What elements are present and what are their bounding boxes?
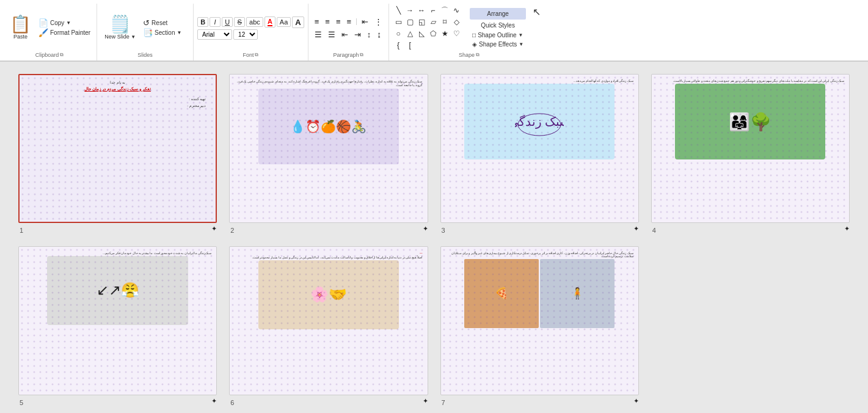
paste-button[interactable]: 📋 Paste: [6, 14, 35, 42]
slide-7[interactable]: سبک زندگی حال حاضر ایرانیان در بی‌تحرکی،…: [440, 246, 639, 395]
slide-4[interactable]: سبک زندگی ایرانی این است که در مقایسه با…: [651, 74, 850, 223]
slide-2-num-row: 2 ✦: [229, 225, 428, 234]
slide-2-star: ✦: [423, 225, 428, 234]
shape-outline-button[interactable]: □ Shape Outline ▼: [470, 31, 526, 39]
font-family-select[interactable]: Arial Calibri: [197, 29, 232, 40]
star-shape[interactable]: ★: [439, 28, 450, 39]
copy-label: Copy: [50, 20, 64, 26]
shape-effects-label: Shape Effects: [479, 41, 517, 48]
slide-5-num-row: 5 ✦: [18, 397, 217, 406]
shape-effects-icon: ◈: [472, 41, 477, 48]
section-dropdown-icon[interactable]: ▼: [177, 30, 181, 35]
shape-effects-button[interactable]: ◈ Shape Effects ▼: [470, 40, 526, 48]
ribbon: 📋 Paste 📄 Copy ▼ 🖌️ Format Painter: [0, 0, 868, 62]
strikethrough-button[interactable]: S: [234, 17, 245, 27]
copy-button[interactable]: 📄 Copy ▼: [36, 18, 93, 27]
justify-button[interactable]: ≡: [345, 16, 354, 27]
bullets-button[interactable]: ☰: [312, 29, 324, 40]
format-painter-button[interactable]: 🖌️ Format Painter: [36, 28, 93, 37]
svg-rect-3: [230, 75, 427, 222]
paragraph-expand-icon[interactable]: ⧉: [360, 52, 363, 58]
trapezoid-shape[interactable]: ⌑: [439, 16, 450, 27]
clipboard-group-content: 📋 Paste 📄 Copy ▼ 🖌️ Format Painter: [6, 5, 93, 51]
curve-shape[interactable]: ⌒: [439, 5, 450, 16]
pentagon-shape[interactable]: ⬠: [428, 28, 439, 39]
shadow-button[interactable]: abc: [246, 17, 263, 27]
font-size-select[interactable]: 12 14 16: [233, 29, 258, 40]
slides-row-2: سبک‌زندگی ما ایرانیان به شدت خودمحور است…: [18, 246, 850, 406]
align-right-button[interactable]: ≡: [334, 16, 343, 27]
shape-outline-dropdown[interactable]: ▼: [519, 32, 523, 38]
round-rect-shape[interactable]: ▢: [404, 16, 415, 27]
font-row-2: Arial Calibri 12 14 16: [197, 29, 304, 40]
svg-rect-9: [652, 75, 849, 222]
parallelogram-shape[interactable]: ▱: [428, 16, 439, 27]
rtl-button[interactable]: ⇤: [359, 16, 371, 27]
svg-rect-11: [19, 247, 216, 395]
arrange-button[interactable]: Arrange: [470, 8, 526, 20]
new-slide-dropdown-icon[interactable]: ▼: [131, 34, 136, 40]
numbering-button[interactable]: ☰: [326, 29, 338, 40]
shape-outline-icon: □: [472, 32, 476, 38]
slide-7-number: 7: [440, 399, 445, 406]
bracket-shape[interactable]: [: [404, 40, 415, 51]
drawing-expand-icon[interactable]: ⧉: [476, 52, 480, 58]
font-color-button[interactable]: A: [264, 16, 275, 27]
select-cursor-button[interactable]: ↖: [527, 5, 545, 19]
indent-more-button[interactable]: ⇥: [352, 29, 363, 40]
section-icon: 📑: [143, 29, 153, 37]
font-expand-icon[interactable]: ⧉: [255, 52, 258, 58]
font-row-1: B I U S abc A Aa A: [197, 16, 304, 28]
right-triangle-shape[interactable]: ◺: [416, 28, 427, 39]
quick-styles-button[interactable]: Quick Styles: [470, 21, 526, 30]
slide-5-dots: [19, 247, 216, 395]
copy-icon: 📄: [38, 19, 48, 27]
triangle-shape[interactable]: △: [404, 28, 415, 39]
font-controls: B I U S abc A Aa A Arial Calibri: [197, 16, 304, 40]
diamond-shape[interactable]: ◇: [451, 16, 462, 27]
slide-6[interactable]: — اصلاً هیچ ملی در دنیا به اندازه ایرانی…: [229, 246, 428, 395]
copy-dropdown-icon[interactable]: ▼: [66, 20, 71, 26]
new-slide-button[interactable]: 🗒️ New Slide ▼: [101, 14, 139, 42]
double-arrow-shape[interactable]: ↔: [416, 5, 427, 16]
italic-button[interactable]: I: [210, 17, 221, 27]
slide-3[interactable]: سبک زندگی افراد و مواردی که آنها انجام م…: [440, 74, 639, 223]
slide-1[interactable]: به نام خدا تفکر و سبک زندگی مردم در زمان…: [18, 74, 217, 223]
rect-shape[interactable]: ▭: [393, 16, 404, 27]
shapes-palette: ╲ → ↔ ⌐ ⌒ ∿ ▭ ▢ ◱ ▱ ⌑ ◇ ○ △ ◺ ⬠ ★: [393, 5, 466, 51]
text-direction-button[interactable]: ↨: [374, 29, 384, 40]
align-center-button[interactable]: ≡: [323, 16, 332, 27]
align-left-button[interactable]: ≡: [312, 16, 322, 27]
line-spacing-button[interactable]: ↕: [365, 29, 374, 40]
font-name-button[interactable]: Aa: [277, 17, 291, 27]
arrow-shape[interactable]: →: [404, 5, 415, 16]
slide-5-number: 5: [18, 399, 23, 406]
font-size-button[interactable]: A: [292, 16, 304, 28]
clipboard-expand-icon[interactable]: ⧉: [60, 52, 64, 58]
font-label: Font ⧉: [197, 51, 304, 59]
shape-outline-label: Shape Outline: [478, 32, 516, 38]
underline-button[interactable]: U: [222, 17, 233, 27]
svg-rect-15: [441, 247, 638, 395]
drawing-label: Shape ⧉: [393, 51, 545, 59]
line-shape[interactable]: ╲: [393, 5, 404, 16]
heart-shape[interactable]: ♡: [451, 28, 462, 39]
snip-shape[interactable]: ◱: [416, 16, 427, 27]
brace-shape[interactable]: {: [393, 40, 404, 51]
shape-effects-dropdown[interactable]: ▼: [519, 42, 523, 47]
freeform-shape[interactable]: ∿: [451, 5, 462, 16]
indent-less-button[interactable]: ⇤: [339, 29, 351, 40]
slide-container-4: سبک زندگی ایرانی این است که در مقایسه با…: [651, 74, 850, 234]
elbow-shape[interactable]: ⌐: [428, 5, 439, 16]
slide-2[interactable]: سبک زندگی می‌تواند به علاقه به اندازه، ن…: [229, 74, 428, 223]
slide-3-star: ✦: [633, 225, 639, 234]
oval-shape[interactable]: ○: [393, 28, 404, 39]
section-button[interactable]: 📑 Section ▼: [140, 28, 189, 37]
reset-icon: ↺: [143, 19, 150, 27]
slide-5[interactable]: سبک‌زندگی ما ایرانیان به شدت خودمحور است…: [18, 246, 217, 395]
reset-button[interactable]: ↺ Reset: [140, 18, 189, 27]
slide-4-num-row: 4 ✦: [651, 225, 850, 234]
bold-button[interactable]: B: [197, 17, 208, 27]
columns-button[interactable]: ⋮: [372, 16, 385, 27]
slide-container-6: — اصلاً هیچ ملی در دنیا به اندازه ایرانی…: [229, 246, 428, 406]
